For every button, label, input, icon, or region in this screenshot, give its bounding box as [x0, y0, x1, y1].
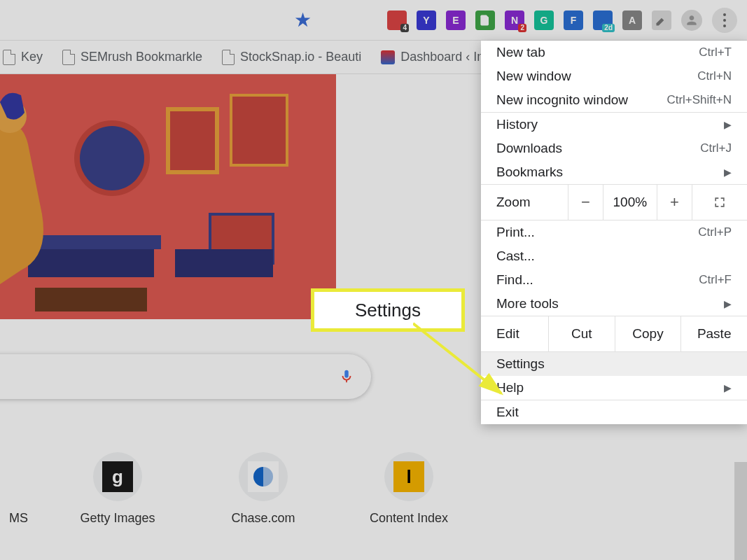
menu-item-label: History [496, 117, 538, 132]
menu-item-label: Downloads [496, 141, 562, 156]
bookmark-item[interactable]: StockSnap.io - Beauti [222, 50, 361, 65]
shortcut-tile[interactable]: lContent Index [353, 452, 465, 526]
bookmark-item[interactable]: Key [3, 50, 43, 65]
extension-onenote[interactable]: N2 [505, 10, 524, 30]
shortcut-label: MS [9, 511, 28, 526]
menu-item-new-incognito-window[interactable]: New incognito windowCtrl+Shift+N [481, 88, 747, 112]
chevron-right-icon: ▶ [724, 167, 732, 178]
shortcut-tile[interactable]: Chase.com [207, 452, 319, 526]
zoom-label: Zoom [481, 195, 568, 210]
menu-item-exit[interactable]: Exit [481, 400, 747, 424]
menu-item-downloads[interactable]: DownloadsCtrl+J [481, 136, 747, 160]
shortcut-tile[interactable]: gGetty Images [62, 452, 174, 526]
callout-text: Settings [355, 300, 421, 321]
fullscreen-button[interactable] [692, 185, 747, 220]
annotation-callout: Settings [311, 288, 465, 332]
menu-item-cast-[interactable]: Cast... [481, 244, 747, 268]
shortcut-label: Getty Images [80, 511, 155, 526]
dot-icon [723, 19, 726, 22]
menu-item-label: Help [496, 380, 524, 396]
bookmark-item[interactable]: SEMrush Bookmarkle [62, 50, 202, 65]
shortcut-label: Content Index [370, 511, 448, 526]
dot-icon [723, 13, 726, 16]
bookmark-label: StockSnap.io - Beauti [240, 50, 361, 64]
bookmark-label: Key [21, 50, 43, 64]
shortcut-tile[interactable]: MS [0, 452, 28, 526]
extension-ext-red[interactable]: 4 [387, 10, 407, 30]
paste-button[interactable]: Paste [680, 316, 747, 351]
menu-shortcut: Ctrl+N [697, 69, 732, 83]
svg-rect-8 [175, 249, 273, 277]
profile-avatar[interactable] [681, 10, 702, 31]
extension-ext-cal[interactable]: 2d [593, 10, 613, 30]
bookmark-label: SEMrush Bookmarkle [81, 50, 202, 64]
chrome-menu-button[interactable] [712, 8, 737, 33]
bookmark-star-icon[interactable]: ★ [294, 8, 312, 31]
chrome-menu: New tabCtrl+TNew windowCtrl+NNew incogni… [481, 41, 747, 424]
svg-rect-4 [231, 95, 287, 165]
menu-item-label: New tab [496, 45, 545, 60]
cut-button[interactable]: Cut [548, 316, 615, 351]
menu-item-bookmarks[interactable]: Bookmarks▶ [481, 160, 747, 184]
microphone-icon[interactable] [339, 368, 354, 386]
menu-zoom-row: Zoom−100%+ [481, 185, 747, 220]
svg-point-2 [80, 126, 144, 190]
extension-ext-y[interactable]: Y [417, 10, 436, 30]
menu-shortcut: Ctrl+Shift+N [666, 93, 732, 107]
extension-ext-e[interactable]: E [446, 10, 466, 30]
menu-item-new-window[interactable]: New windowCtrl+N [481, 64, 747, 88]
chevron-right-icon: ▶ [724, 119, 732, 130]
menu-shortcut: Ctrl+J [700, 141, 732, 155]
menu-item-find-[interactable]: Find...Ctrl+F [481, 268, 747, 292]
shortcut-label: Chase.com [231, 511, 295, 526]
extension-evernote[interactable] [475, 10, 495, 30]
menu-item-label: More tools [496, 296, 559, 312]
menu-item-label: Cast... [496, 248, 535, 264]
menu-shortcut: Ctrl+F [699, 273, 732, 287]
menu-item-label: Find... [496, 272, 533, 288]
shortcuts-row: MSgGetty ImagesChase.comlContent Index [0, 452, 465, 526]
extension-ext-brush[interactable] [652, 10, 671, 30]
dot-icon [723, 24, 726, 27]
browser-toolbar: ★ 4YEN2GF2dA [0, 0, 747, 41]
extension-ext-f[interactable]: F [564, 10, 583, 30]
menu-item-label: New incognito window [496, 92, 628, 108]
menu-item-label: Print... [496, 225, 535, 240]
copy-button[interactable]: Copy [615, 316, 681, 351]
google-doodle[interactable] [0, 74, 336, 319]
menu-item-history[interactable]: History▶ [481, 113, 747, 136]
edit-label: Edit [481, 326, 548, 342]
person-icon [685, 13, 699, 27]
menu-item-help[interactable]: Help▶ [481, 376, 747, 400]
menu-item-settings[interactable]: Settings [481, 352, 747, 376]
search-box[interactable]: L [0, 354, 371, 399]
menu-item-label: Exit [496, 405, 519, 420]
menu-item-label: New window [496, 69, 571, 84]
extension-adobe[interactable]: A [622, 10, 642, 30]
svg-rect-9 [35, 288, 147, 312]
chevron-right-icon: ▶ [724, 298, 732, 309]
menu-shortcut: Ctrl+T [699, 46, 732, 59]
menu-item-label: Bookmarks [496, 164, 563, 180]
chevron-right-icon: ▶ [724, 382, 732, 393]
svg-rect-7 [35, 235, 161, 249]
menu-item-print-[interactable]: Print...Ctrl+P [481, 220, 747, 244]
zoom-out-button[interactable]: − [568, 185, 603, 220]
menu-edit-row: EditCutCopyPaste [481, 316, 747, 351]
menu-item-new-tab[interactable]: New tabCtrl+T [481, 41, 747, 64]
svg-rect-3 [168, 109, 217, 172]
zoom-value: 100% [603, 185, 657, 220]
scrollbar[interactable] [734, 462, 747, 560]
zoom-in-button[interactable]: + [657, 185, 692, 220]
menu-shortcut: Ctrl+P [698, 225, 732, 239]
menu-item-label: Settings [496, 356, 545, 372]
extension-grammarly[interactable]: G [534, 10, 554, 30]
menu-item-more-tools[interactable]: More tools▶ [481, 292, 747, 316]
